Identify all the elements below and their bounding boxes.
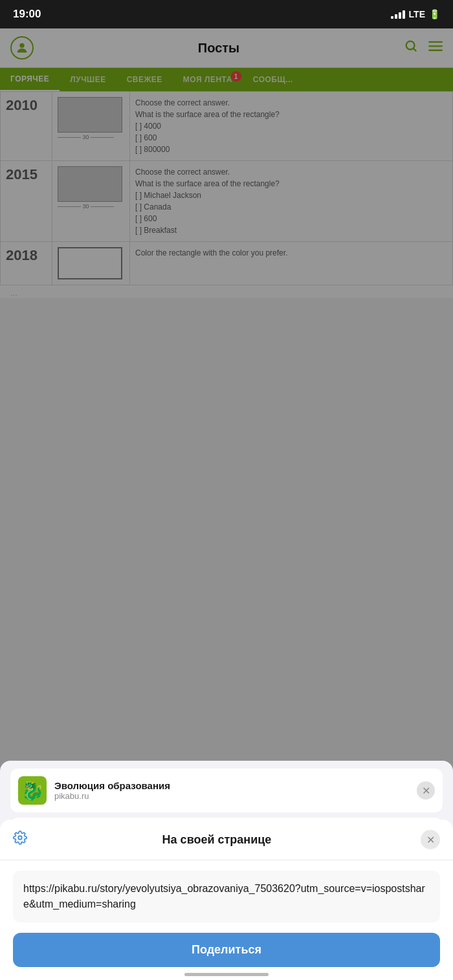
status-time: 19:00 (13, 8, 41, 21)
app-container: Посты ГОРЯЧЕЕ ЛУЧШЕЕ СВЕЖЕЕ (0, 28, 453, 980)
status-icons: LTE 🔋 (391, 9, 440, 19)
share-url[interactable]: https://pikabu.ru/story/yevolyutsiya_obr… (13, 871, 440, 922)
bar1 (391, 16, 393, 19)
post-preview-card: 🐉 Эволюция образования pikabu.ru ✕ (10, 768, 443, 812)
home-indicator (184, 973, 269, 976)
share-button[interactable]: Поделиться (13, 933, 440, 967)
popover: На своей странице ✕ https://pikabu.ru/st… (0, 820, 453, 980)
bar2 (395, 14, 397, 19)
status-bar: 19:00 LTE 🔋 (0, 0, 453, 28)
popover-header: На своей странице ✕ (0, 820, 453, 860)
svg-point-9 (18, 836, 22, 840)
post-info: Эволюция образования pikabu.ru (54, 780, 409, 801)
post-title: Эволюция образования (54, 780, 409, 791)
bar3 (399, 12, 401, 19)
settings-icon[interactable] (13, 831, 27, 849)
popover-title: На своей странице (35, 833, 399, 847)
battery-icon: 🔋 (429, 9, 440, 19)
post-url: pikabu.ru (54, 791, 409, 801)
popover-close-button[interactable]: ✕ (421, 830, 440, 849)
post-close-button[interactable]: ✕ (417, 781, 435, 800)
signal-bars-icon (391, 10, 405, 19)
bar4 (403, 10, 405, 19)
network-type: LTE (409, 9, 425, 19)
post-icon: 🐉 (18, 776, 47, 805)
